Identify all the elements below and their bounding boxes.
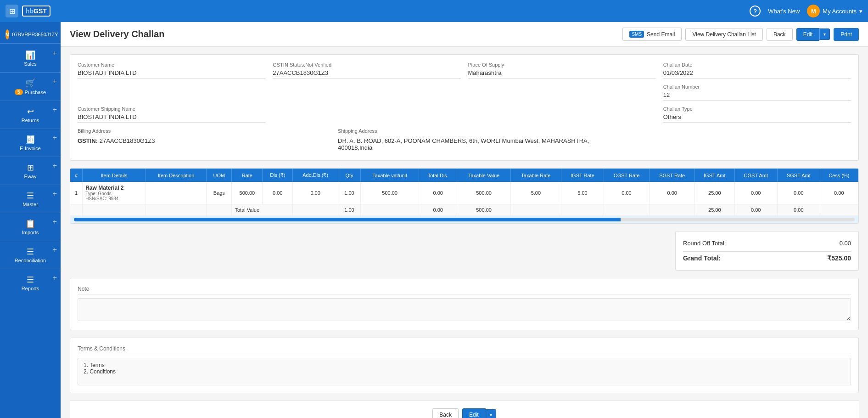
back-button-bottom[interactable]: Back: [432, 408, 459, 418]
total-empty-1: [70, 204, 83, 216]
row-cgst-rate: 0.00: [604, 182, 650, 204]
content-area: Customer Name BIOSTADT INDIA LTD GSTIN S…: [61, 47, 868, 418]
whats-new-link[interactable]: What's New: [768, 8, 800, 15]
table-scrollbar[interactable]: [74, 218, 855, 221]
customer-name-label: Customer Name: [78, 62, 265, 68]
col-uom: UOM: [207, 169, 232, 182]
customer-info-section: Customer Name BIOSTADT INDIA LTD GSTIN S…: [70, 54, 859, 161]
master-add-icon[interactable]: +: [53, 190, 57, 198]
purchase-badge: 5: [15, 89, 23, 95]
col-add-dis: Add.Dis.(₹): [293, 169, 338, 182]
sidebar-item-einvoice[interactable]: 🧾 E-Invoice +: [0, 130, 61, 156]
einvoice-icon: 🧾: [25, 135, 35, 145]
totals-section: Round Off Total: 0.00 Grand Total: ₹525.…: [70, 231, 859, 271]
sidebar-item-reports[interactable]: ☰ Reports +: [0, 270, 61, 296]
row-cgst-amt: 0.00: [734, 182, 777, 204]
edit-button-header[interactable]: Edit: [796, 28, 820, 41]
col-taxable-rate: Taxable Rate: [510, 169, 561, 182]
sidebar-item-eway[interactable]: ⊞ Eway +: [0, 158, 61, 184]
sales-add-icon[interactable]: +: [53, 49, 57, 57]
my-accounts-menu[interactable]: M My Accounts ▾: [807, 5, 862, 17]
back-button-header[interactable]: Back: [767, 28, 793, 41]
item-hsn: HSN/SAC: 9984: [85, 196, 143, 201]
divider-6: [0, 213, 61, 213]
reports-add-icon[interactable]: +: [53, 274, 57, 282]
round-off-label: Round Off Total:: [683, 240, 726, 247]
sales-icon: 📊: [25, 50, 35, 60]
table-header-row: # Item Details Item Description UOM Rate…: [70, 169, 858, 182]
items-table-container: # Item Details Item Description UOM Rate…: [70, 168, 859, 224]
shipping-address-group: Shipping Address DR. A. B. ROAD, 602-A, …: [338, 128, 591, 153]
edit-dropdown-arrow-bottom[interactable]: ▾: [486, 409, 496, 418]
challan-date-value: 01/03/2022: [663, 69, 851, 79]
note-textarea[interactable]: [78, 298, 851, 321]
divider-5: [0, 185, 61, 185]
imports-icon: 📋: [25, 219, 35, 229]
row-taxable-val-unit: 500.00: [361, 182, 419, 204]
col-sgst-rate: SGST Rate: [650, 169, 695, 182]
customer-form-grid: Customer Name BIOSTADT INDIA LTD GSTIN S…: [78, 62, 851, 101]
gstin-status-value: 27AACCB1830G1Z3: [273, 69, 460, 79]
sidebar-item-sales[interactable]: 📊 Sales +: [0, 45, 61, 71]
divider-4: [0, 157, 61, 157]
main-content: View Delivery Challan SMS Send Email Vie…: [61, 22, 868, 418]
col-rate: Rate: [232, 169, 263, 182]
help-icon[interactable]: ?: [750, 6, 761, 17]
item-name: Raw Material 2: [85, 185, 143, 191]
grand-total-label: Grand Total:: [683, 254, 721, 262]
place-of-supply-label: Place Of Supply: [468, 62, 656, 68]
shipping-address-label: Shipping Address: [338, 128, 591, 134]
empty-group-2: [468, 106, 656, 123]
master-icon: ☰: [27, 191, 34, 201]
logo-box: hbGST: [22, 6, 50, 17]
sidebar-item-imports[interactable]: 📋 Imports +: [0, 214, 61, 240]
reconciliation-icon: ☰: [27, 247, 34, 257]
divider-1: [0, 72, 61, 73]
edit-button-bottom[interactable]: Edit: [462, 408, 486, 418]
view-list-button[interactable]: View Delivery Challan List: [685, 28, 763, 41]
logo: hbGST: [22, 6, 50, 17]
send-email-button[interactable]: SMS Send Email: [622, 28, 682, 41]
purchase-add-icon[interactable]: +: [53, 77, 57, 85]
einvoice-add-icon[interactable]: +: [53, 134, 57, 142]
note-label: Note: [78, 286, 851, 294]
sidebar-item-purchase[interactable]: 🛒 5 Purchase +: [0, 73, 61, 100]
edit-dropdown-arrow[interactable]: ▾: [819, 28, 830, 40]
reconciliation-add-icon[interactable]: +: [53, 246, 57, 254]
terms-section: Terms & Conditions 1. Terms 2. Condition…: [70, 338, 859, 393]
total-empty-11: [820, 204, 858, 216]
row-qty: 1.00: [338, 182, 360, 204]
total-empty-9: [604, 204, 650, 216]
shipping-address-value: DR. A. B. ROAD, 602-A, POONAM CHAMBERS, …: [338, 136, 591, 153]
edit-split-button-bottom: Edit ▾: [462, 408, 496, 418]
col-cess: Cess (%): [820, 169, 858, 182]
gstin-status-group: GSTIN Status:Not Verified 27AACCB1830G1Z…: [273, 62, 460, 101]
terms-content: 1. Terms 2. Conditions: [78, 358, 851, 385]
eway-add-icon[interactable]: +: [53, 162, 57, 170]
terms-label: Terms & Conditions: [78, 345, 851, 354]
terms-line-2: 2. Conditions: [84, 368, 845, 375]
grand-total-row: Grand Total: ₹525.00: [683, 251, 851, 265]
sidebar-user-id: 07BVRPR3650J1ZY: [12, 32, 58, 37]
grid-menu-icon[interactable]: ⊞: [6, 5, 18, 17]
sidebar-user-info: M 07BVRPR3650J1ZY: [0, 26, 61, 44]
totals-box: Round Off Total: 0.00 Grand Total: ₹525.…: [675, 231, 859, 271]
sidebar-item-reconciliation[interactable]: ☰ Reconciliation +: [0, 242, 61, 268]
total-empty-2: [83, 204, 146, 216]
col-cgst-amt: CGST Amt: [734, 169, 777, 182]
print-button[interactable]: Print: [834, 28, 859, 41]
total-empty-4: [207, 204, 232, 216]
place-of-supply-value: Maharashtra: [468, 69, 656, 79]
shipping-name-label: Customer Shipping Name: [78, 106, 265, 112]
sidebar-item-returns[interactable]: ↩ Returns +: [0, 102, 61, 128]
returns-icon: ↩: [27, 107, 34, 117]
sidebar-item-master[interactable]: ☰ Master +: [0, 186, 61, 212]
eway-label: Eway: [24, 174, 37, 179]
col-sgst-amt: SGST Amt: [778, 169, 820, 182]
top-nav-right: ? What's New M My Accounts ▾: [750, 5, 862, 17]
note-section: Note: [70, 278, 859, 330]
returns-add-icon[interactable]: +: [53, 106, 57, 114]
grand-total-value: ₹525.00: [827, 254, 851, 262]
row-igst-amt: 25.00: [695, 182, 734, 204]
imports-add-icon[interactable]: +: [53, 218, 57, 226]
